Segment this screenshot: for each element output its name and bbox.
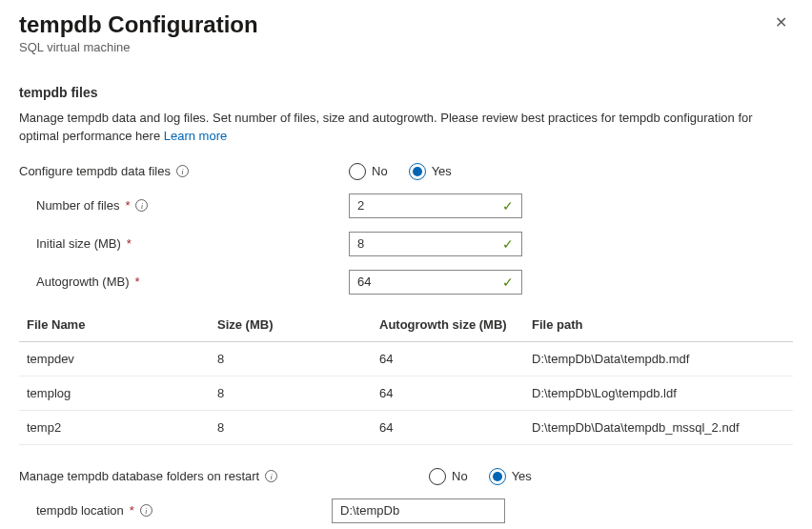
number-of-files-input-wrap: ✓ <box>349 193 522 218</box>
cell-size: 8 <box>217 352 379 366</box>
required-indicator: * <box>125 198 130 213</box>
section-title: tempdb files <box>19 85 793 100</box>
info-icon[interactable]: i <box>265 470 277 482</box>
cell-size: 8 <box>217 420 379 435</box>
cell-file-path: D:\tempDb\Log\tempdb.ldf <box>532 386 785 400</box>
page-title: tempdb Configuration <box>19 11 258 38</box>
close-button[interactable]: ✕ <box>769 11 793 34</box>
cell-file-path: D:\tempDb\Data\tempdb.mdf <box>532 352 785 366</box>
cell-file-name: temp2 <box>27 420 217 435</box>
cell-file-name: templog <box>27 386 217 400</box>
check-icon: ✓ <box>502 275 514 290</box>
tempdb-location-label: tempdb location <box>36 503 124 518</box>
col-autogrowth: Autogrowth size (MB) <box>379 317 532 332</box>
radio-icon <box>349 163 366 180</box>
cell-autogrowth: 64 <box>379 386 532 400</box>
radio-icon <box>429 468 446 485</box>
table-row: templog 8 64 D:\tempDb\Log\tempdb.ldf <box>19 376 793 411</box>
cell-file-name: tempdev <box>27 352 217 366</box>
info-icon[interactable]: i <box>135 199 148 212</box>
radio-icon <box>489 468 506 485</box>
radio-label-no: No <box>452 469 468 483</box>
table-header-row: File Name Size (MB) Autogrowth size (MB)… <box>19 308 793 342</box>
manage-folders-radio-group: No Yes <box>429 468 532 485</box>
table-row: tempdev 8 64 D:\tempDb\Data\tempdb.mdf <box>19 342 793 376</box>
initial-size-input-wrap: ✓ <box>349 232 522 256</box>
required-indicator: * <box>127 236 132 251</box>
radio-label-yes: Yes <box>432 164 452 178</box>
cell-autogrowth: 64 <box>379 420 532 435</box>
configure-data-files-no[interactable]: No <box>349 163 388 180</box>
close-icon: ✕ <box>775 14 787 31</box>
radio-icon <box>409 163 426 180</box>
cell-size: 8 <box>217 386 379 400</box>
initial-size-input[interactable] <box>357 236 502 251</box>
col-file-name: File Name <box>27 317 217 332</box>
check-icon: ✓ <box>502 198 514 214</box>
configure-data-files-label: Configure tempdb data files <box>19 164 171 178</box>
radio-label-no: No <box>372 164 388 178</box>
manage-folders-yes[interactable]: Yes <box>489 468 532 485</box>
configure-data-files-radio-group: No Yes <box>349 163 452 180</box>
autogrowth-input[interactable] <box>357 275 502 289</box>
required-indicator: * <box>130 503 134 518</box>
configure-data-files-yes[interactable]: Yes <box>409 163 452 180</box>
col-size: Size (MB) <box>217 317 379 332</box>
table-row: temp2 8 64 D:\tempDb\Data\tempdb_mssql_2… <box>19 411 793 445</box>
learn-more-link[interactable]: Learn more <box>164 129 227 143</box>
col-file-path: File path <box>532 317 785 332</box>
required-indicator: * <box>135 275 140 289</box>
section-description: Manage tempdb data and log files. Set nu… <box>19 110 793 146</box>
initial-size-label: Initial size (MB) <box>36 236 121 251</box>
cell-autogrowth: 64 <box>379 352 532 366</box>
page-subtitle: SQL virtual machine <box>19 40 258 54</box>
tempdb-files-table: File Name Size (MB) Autogrowth size (MB)… <box>19 308 793 445</box>
autogrowth-label: Autogrowth (MB) <box>36 275 130 289</box>
radio-label-yes: Yes <box>512 469 532 483</box>
check-icon: ✓ <box>502 236 514 252</box>
number-of-files-label: Number of files <box>36 198 119 213</box>
info-icon[interactable]: i <box>176 165 189 177</box>
info-icon[interactable]: i <box>140 504 152 517</box>
tempdb-location-input[interactable] <box>332 498 505 523</box>
manage-folders-no[interactable]: No <box>429 468 468 485</box>
autogrowth-input-wrap: ✓ <box>349 270 522 295</box>
manage-folders-label: Manage tempdb database folders on restar… <box>19 469 259 483</box>
section-description-text: Manage tempdb data and log files. Set nu… <box>19 111 753 143</box>
number-of-files-input[interactable] <box>357 198 502 213</box>
cell-file-path: D:\tempDb\Data\tempdb_mssql_2.ndf <box>532 420 785 435</box>
